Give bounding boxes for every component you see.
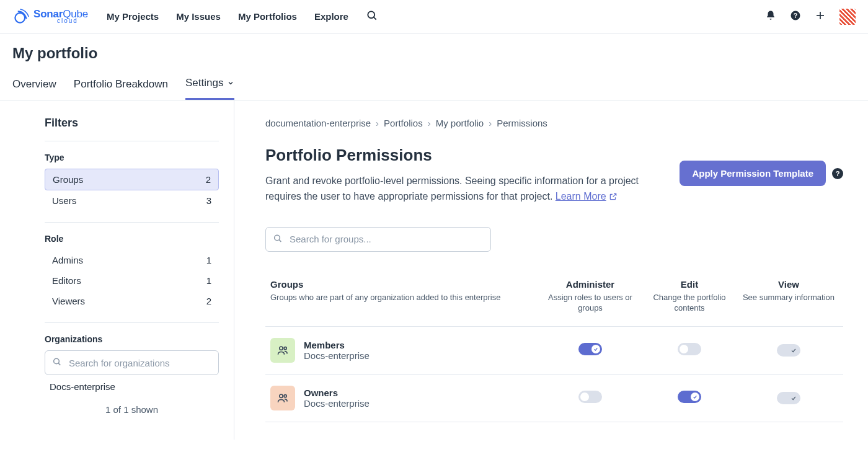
help-icon[interactable]: ? bbox=[832, 168, 843, 179]
tabs: Overview Portfolio Breakdown Settings bbox=[12, 77, 856, 100]
svg-point-7 bbox=[54, 358, 60, 364]
group-search-input[interactable] bbox=[265, 227, 491, 252]
table-row: MembersDocs-enterprise bbox=[265, 327, 843, 375]
col-administer-sub: Assign roles to users or groups bbox=[541, 292, 640, 314]
apply-permission-template-button[interactable]: Apply Permission Template bbox=[680, 161, 826, 186]
plus-icon[interactable] bbox=[815, 10, 826, 23]
help-icon[interactable]: ? bbox=[790, 10, 801, 23]
search-icon bbox=[273, 233, 283, 245]
table-header: Groups Groups who are part of any organi… bbox=[265, 279, 843, 327]
svg-point-14 bbox=[284, 394, 286, 397]
col-administer-title: Administer bbox=[541, 279, 640, 290]
filter-label: Admins bbox=[52, 255, 83, 265]
group-org: Docs-enterprise bbox=[304, 350, 541, 361]
group-avatar-icon bbox=[270, 386, 295, 410]
chevron-right-icon: › bbox=[376, 118, 379, 128]
filter-role-editors[interactable]: Editors 1 bbox=[45, 270, 219, 291]
search-icon[interactable] bbox=[366, 9, 378, 24]
permissions-table: Groups Groups who are part of any organi… bbox=[265, 279, 843, 422]
svg-text:?: ? bbox=[794, 12, 797, 19]
nav-my-portfolios[interactable]: My Portfolios bbox=[238, 11, 297, 22]
filter-label: Groups bbox=[53, 174, 83, 185]
breadcrumb-item[interactable]: Portfolios bbox=[384, 118, 423, 128]
filter-label: Viewers bbox=[52, 296, 85, 306]
toggle-administer[interactable] bbox=[578, 391, 602, 403]
group-name: Members bbox=[304, 340, 541, 350]
bell-icon[interactable] bbox=[765, 10, 776, 23]
svg-line-10 bbox=[279, 239, 281, 241]
breadcrumb-item: Permissions bbox=[497, 118, 547, 128]
svg-point-12 bbox=[284, 347, 286, 349]
search-icon bbox=[52, 357, 62, 369]
filter-label: Users bbox=[52, 195, 76, 206]
col-view-title: View bbox=[739, 279, 838, 290]
org-search-input[interactable] bbox=[45, 350, 219, 375]
col-edit-sub: Change the portfolio contents bbox=[640, 292, 739, 314]
nav-explore[interactable]: Explore bbox=[314, 11, 348, 22]
divider bbox=[45, 141, 219, 141]
sidebar-heading: Filters bbox=[45, 117, 219, 130]
filter-count: 1 bbox=[206, 255, 211, 265]
tab-settings-label: Settings bbox=[185, 77, 223, 89]
main-header: Portfolio Permissions Grant and revoke p… bbox=[265, 146, 843, 205]
brand-sub: cloud bbox=[57, 18, 88, 24]
filter-count: 1 bbox=[206, 275, 211, 286]
filter-type-users[interactable]: Users 3 bbox=[45, 190, 219, 211]
nav-my-projects[interactable]: My Projects bbox=[107, 11, 159, 22]
col-groups-sub: Groups who are part of any organization … bbox=[270, 292, 541, 303]
nav-right: ? bbox=[765, 9, 856, 25]
learn-more-link[interactable]: Learn More bbox=[556, 189, 618, 205]
tab-settings[interactable]: Settings bbox=[185, 77, 234, 100]
svg-point-9 bbox=[275, 235, 280, 241]
filter-role-admins[interactable]: Admins 1 bbox=[45, 250, 219, 270]
nav-links: My Projects My Issues My Portfolios Expl… bbox=[107, 9, 378, 24]
col-edit-title: Edit bbox=[640, 279, 739, 290]
sonarqube-logo-icon bbox=[12, 8, 30, 25]
body: Filters Type Groups 2 Users 3 Role Admin… bbox=[0, 100, 868, 440]
filter-type-groups[interactable]: Groups 2 bbox=[45, 169, 219, 190]
svg-point-13 bbox=[280, 394, 283, 397]
org-item-docs-enterprise[interactable]: Docs-enterprise bbox=[45, 375, 219, 398]
view-indicator bbox=[777, 392, 800, 404]
chevron-right-icon: › bbox=[489, 118, 492, 128]
group-avatar-icon bbox=[270, 338, 295, 363]
col-view-sub: See summary information bbox=[739, 292, 838, 303]
breadcrumb-item[interactable]: My portfolio bbox=[436, 118, 484, 128]
logo[interactable]: SonarQube cloud bbox=[12, 8, 88, 25]
filter-count: 3 bbox=[206, 195, 211, 206]
role-label: Role bbox=[45, 234, 219, 244]
type-label: Type bbox=[45, 153, 219, 162]
tab-overview[interactable]: Overview bbox=[12, 77, 56, 100]
toggle-administer[interactable] bbox=[578, 343, 602, 355]
toggle-edit[interactable] bbox=[678, 391, 701, 403]
col-groups-title: Groups bbox=[270, 279, 541, 290]
chevron-down-icon bbox=[227, 79, 234, 87]
svg-point-0 bbox=[15, 12, 25, 22]
toggle-edit[interactable] bbox=[678, 343, 701, 355]
org-shown-count: 1 of 1 shown bbox=[45, 404, 219, 415]
view-indicator bbox=[777, 344, 800, 357]
page-header: My portfolio Overview Portfolio Breakdow… bbox=[0, 33, 868, 100]
org-search bbox=[45, 350, 219, 375]
svg-point-11 bbox=[280, 347, 283, 350]
group-search bbox=[265, 227, 491, 252]
filter-label: Editors bbox=[52, 275, 81, 286]
learn-more-label: Learn More bbox=[556, 189, 606, 205]
divider bbox=[45, 222, 219, 223]
nav-my-issues[interactable]: My Issues bbox=[176, 11, 221, 22]
tab-breakdown[interactable]: Portfolio Breakdown bbox=[74, 77, 168, 100]
svg-point-1 bbox=[368, 11, 374, 18]
main-description: Grant and revoke portfolio-level permiss… bbox=[265, 174, 650, 205]
sidebar: Filters Type Groups 2 Users 3 Role Admin… bbox=[0, 100, 234, 440]
group-org: Docs-enterprise bbox=[304, 398, 541, 409]
filter-role-viewers[interactable]: Viewers 2 bbox=[45, 291, 219, 311]
main: documentation-enterprise › Portfolios › … bbox=[234, 100, 868, 440]
breadcrumb: documentation-enterprise › Portfolios › … bbox=[265, 118, 843, 128]
orgs-label: Organizations bbox=[45, 334, 219, 344]
main-title: Portfolio Permissions bbox=[265, 146, 665, 165]
page-title: My portfolio bbox=[12, 45, 856, 62]
breadcrumb-item[interactable]: documentation-enterprise bbox=[265, 118, 371, 128]
user-avatar[interactable] bbox=[839, 9, 856, 25]
svg-line-8 bbox=[58, 363, 60, 365]
filter-count: 2 bbox=[206, 296, 211, 306]
